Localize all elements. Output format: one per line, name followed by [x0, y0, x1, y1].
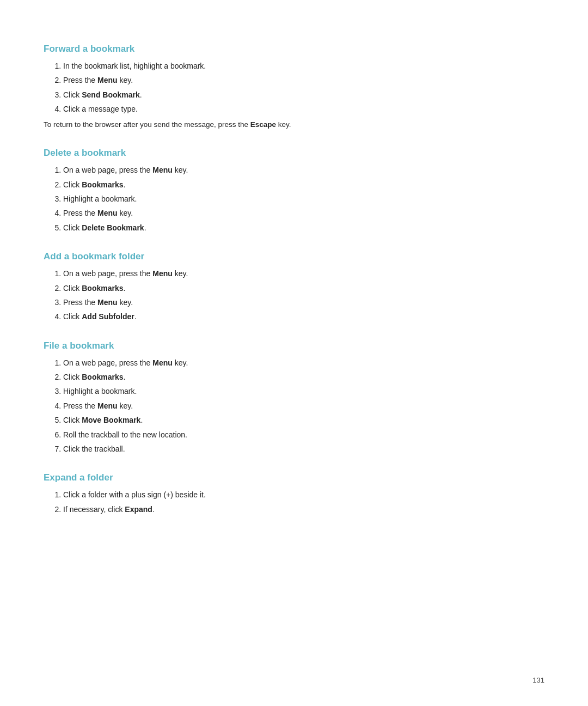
steps-add-bookmark-folder: On a web page, press the Menu key. Click… [63, 267, 446, 323]
list-item: On a web page, press the Menu key. [63, 357, 446, 369]
section-title-expand-folder: Expand a folder [44, 472, 446, 483]
section-title-add-bookmark-folder: Add a bookmark folder [44, 251, 446, 262]
list-item: Click Move Bookmark. [63, 414, 446, 426]
page-content: Forward a bookmark In the bookmark list,… [0, 0, 490, 576]
steps-delete-bookmark: On a web page, press the Menu key. Click… [63, 164, 446, 234]
section-title-file-bookmark: File a bookmark [44, 340, 446, 351]
list-item: Click Delete Bookmark. [63, 222, 446, 234]
section-expand-folder: Expand a folder Click a folder with a pl… [44, 472, 446, 515]
page-number: 131 [532, 676, 544, 684]
list-item: In the bookmark list, highlight a bookma… [63, 60, 446, 72]
list-item: Highlight a bookmark. [63, 385, 446, 397]
list-item: Click Bookmarks. [63, 179, 446, 191]
list-item: If necessary, click Expand. [63, 503, 446, 515]
section-title-forward-bookmark: Forward a bookmark [44, 44, 446, 54]
list-item: On a web page, press the Menu key. [63, 267, 446, 279]
list-item: Press the Menu key. [63, 74, 446, 86]
list-item: Press the Menu key. [63, 296, 446, 308]
list-item: Press the Menu key. [63, 207, 446, 219]
list-item: Highlight a bookmark. [63, 193, 446, 205]
section-delete-bookmark: Delete a bookmark On a web page, press t… [44, 148, 446, 234]
steps-file-bookmark: On a web page, press the Menu key. Click… [63, 357, 446, 455]
list-item: Press the Menu key. [63, 400, 446, 412]
list-item: Click a message type. [63, 103, 446, 115]
list-item: Click a folder with a plus sign (+) besi… [63, 489, 446, 501]
list-item: Click Add Subfolder. [63, 311, 446, 322]
section-file-bookmark: File a bookmark On a web page, press the… [44, 340, 446, 455]
section-title-delete-bookmark: Delete a bookmark [44, 148, 446, 159]
steps-expand-folder: Click a folder with a plus sign (+) besi… [63, 489, 446, 515]
list-item: Click Bookmarks. [63, 282, 446, 294]
section-forward-bookmark: Forward a bookmark In the bookmark list,… [44, 44, 446, 130]
section-add-bookmark-folder: Add a bookmark folder On a web page, pre… [44, 251, 446, 323]
list-item: Click the trackball. [63, 443, 446, 455]
list-item: Click Send Bookmark. [63, 89, 446, 101]
steps-forward-bookmark: In the bookmark list, highlight a bookma… [63, 60, 446, 115]
list-item: Roll the trackball to the new location. [63, 429, 446, 441]
forward-bookmark-note: To return to the browser after you send … [44, 119, 446, 131]
list-item: Click Bookmarks. [63, 371, 446, 383]
list-item: On a web page, press the Menu key. [63, 164, 446, 176]
